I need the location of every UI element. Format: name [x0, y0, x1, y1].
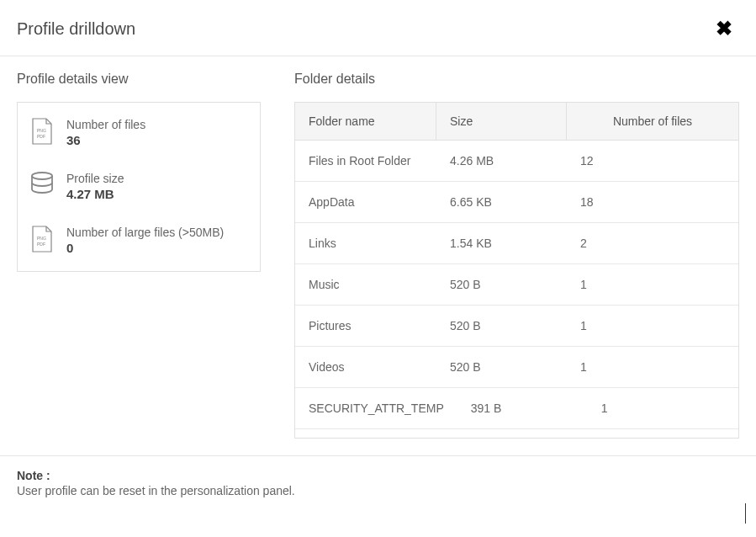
svg-text:PDF: PDF: [37, 134, 45, 139]
stat-profile-size: Profile size 4.27 MB: [29, 172, 248, 202]
th-size[interactable]: Size: [436, 103, 567, 140]
footer-note: Note : User profile can be reset in the …: [0, 455, 756, 510]
td-folder-name: Pictures: [295, 306, 436, 346]
note-text: User profile can be reset in the persona…: [17, 484, 295, 497]
td-size: 1.54 KB: [436, 223, 567, 263]
td-size: 520 B: [436, 347, 567, 387]
table-row[interactable]: Links1.54 KB2: [295, 223, 738, 264]
table-header: Folder name Size Number of files: [295, 103, 738, 141]
svg-point-2: [32, 173, 52, 179]
file-icon: PNG PDF: [29, 118, 55, 148]
td-folder-name: Music: [295, 264, 436, 305]
th-number-of-files[interactable]: Number of files: [567, 103, 738, 140]
stat-value: 4.27 MB: [66, 187, 248, 201]
folder-details-title: Folder details: [294, 72, 739, 87]
td-folder-name: Links: [295, 223, 436, 263]
td-count: 1: [588, 388, 738, 428]
td-folder-name: Videos: [295, 347, 436, 387]
td-size: 4.26 MB: [436, 141, 567, 181]
table-body[interactable]: Files in Root Folder4.26 MB12AppData6.65…: [295, 141, 738, 438]
stat-value: 0: [66, 241, 248, 255]
td-count: 18: [567, 182, 738, 222]
table-row[interactable]: AppData6.65 KB18: [295, 182, 738, 223]
table-row[interactable]: Pictures520 B1: [295, 306, 738, 347]
close-icon[interactable]: ✖: [709, 17, 739, 40]
text-cursor: [745, 503, 746, 524]
td-folder-name: SECURITY_ATTR_TEMP: [295, 388, 457, 428]
profile-details-card: PNG PDF Number of files 36: [17, 102, 261, 272]
table-row[interactable]: SECURITY_ATTR_TEMP391 B1: [295, 388, 738, 429]
database-icon: [29, 172, 55, 202]
td-size: 6.65 KB: [436, 182, 567, 222]
td-size: 520 B: [436, 306, 567, 346]
file-icon: PNG PDF: [29, 226, 55, 256]
td-folder-name: Files in Root Folder: [295, 141, 436, 181]
td-folder-name: AppData: [295, 182, 436, 222]
td-size: 520 B: [436, 264, 567, 305]
td-count: 1: [567, 347, 738, 387]
stat-value: 36: [66, 133, 248, 147]
table-row[interactable]: Videos520 B1: [295, 347, 738, 388]
td-count: 12: [567, 141, 738, 181]
td-count: 1: [567, 306, 738, 346]
stat-label: Profile size: [66, 172, 248, 185]
svg-text:PNG: PNG: [37, 236, 46, 241]
table-row[interactable]: Music520 B1: [295, 264, 738, 306]
profile-details-title: Profile details view: [17, 72, 261, 87]
stat-label: Number of files: [66, 118, 248, 131]
stat-number-of-files: PNG PDF Number of files 36: [29, 118, 248, 148]
td-count: 1: [567, 264, 738, 305]
stat-label: Number of large files (>50MB): [66, 226, 248, 239]
page-title: Profile drilldown: [17, 19, 135, 39]
table-row[interactable]: Files in Root Folder4.26 MB12: [295, 141, 738, 182]
td-size: 391 B: [457, 388, 588, 428]
note-label: Note :: [17, 469, 50, 482]
th-folder-name[interactable]: Folder name: [295, 103, 436, 140]
td-count: 2: [567, 223, 738, 263]
stat-large-files: PNG PDF Number of large files (>50MB) 0: [29, 226, 248, 256]
folder-table: Folder name Size Number of files Files i…: [294, 102, 739, 439]
svg-text:PDF: PDF: [37, 242, 45, 247]
svg-text:PNG: PNG: [37, 128, 46, 133]
